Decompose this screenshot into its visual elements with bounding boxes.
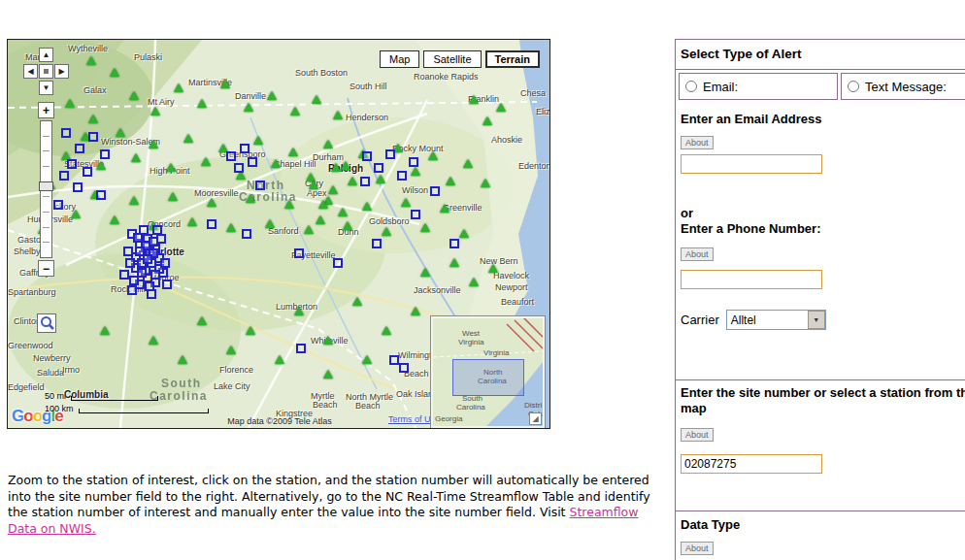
station-marker-triangle[interactable] bbox=[96, 161, 106, 170]
station-marker-square[interactable] bbox=[255, 181, 265, 190]
station-marker-square[interactable] bbox=[143, 254, 152, 264]
station-marker-square[interactable] bbox=[59, 171, 69, 181]
zoom-in-button[interactable]: + bbox=[38, 102, 54, 118]
station-marker-triangle[interactable] bbox=[129, 91, 139, 100]
station-marker-triangle[interactable] bbox=[488, 264, 498, 273]
station-marker-triangle[interactable] bbox=[166, 163, 176, 172]
station-marker-triangle[interactable] bbox=[469, 278, 479, 286]
zoom-slider-handle[interactable] bbox=[39, 181, 53, 191]
station-marker-triangle[interactable] bbox=[343, 221, 352, 230]
station-marker-square[interactable] bbox=[150, 270, 160, 280]
phone-input[interactable] bbox=[681, 270, 822, 289]
station-marker-square[interactable] bbox=[385, 149, 395, 159]
zoom-box-button[interactable] bbox=[37, 313, 56, 333]
pan-left-button[interactable]: ◀ bbox=[23, 64, 38, 79]
station-marker-triangle[interactable] bbox=[100, 326, 110, 335]
station-marker-square[interactable] bbox=[226, 151, 236, 161]
station-marker-triangle[interactable] bbox=[86, 56, 96, 65]
station-marker-triangle[interactable] bbox=[333, 111, 343, 119]
overview-inset-map[interactable]: WestVirginiaVirginiaNorthCarolinaSouthCa… bbox=[431, 316, 545, 428]
station-marker-triangle[interactable] bbox=[244, 103, 253, 112]
station-marker-triangle[interactable] bbox=[459, 229, 469, 238]
station-marker-triangle[interactable] bbox=[201, 157, 211, 166]
email-radio[interactable] bbox=[685, 81, 697, 92]
station-marker-square[interactable] bbox=[75, 144, 84, 153]
zoom-slider[interactable] bbox=[40, 120, 52, 258]
station-marker-triangle[interactable] bbox=[271, 159, 281, 168]
about-phone-button[interactable]: About bbox=[681, 247, 714, 261]
station-marker-triangle[interactable] bbox=[309, 181, 318, 189]
station-marker-square[interactable] bbox=[234, 163, 244, 173]
station-marker-square[interactable] bbox=[360, 177, 370, 186]
station-marker-triangle[interactable] bbox=[116, 128, 125, 137]
station-marker-triangle[interactable] bbox=[463, 159, 473, 168]
station-marker-square[interactable] bbox=[430, 186, 440, 196]
inset-collapse-button[interactable]: ◢ bbox=[529, 412, 542, 425]
station-marker-square[interactable] bbox=[397, 171, 407, 181]
station-marker-triangle[interactable] bbox=[376, 175, 385, 183]
station-marker-triangle[interactable] bbox=[187, 217, 197, 226]
station-marker-triangle[interactable] bbox=[149, 336, 158, 345]
station-marker-triangle[interactable] bbox=[420, 223, 430, 232]
pan-down-button[interactable]: ▼ bbox=[39, 81, 53, 95]
station-marker-triangle[interactable] bbox=[428, 151, 438, 160]
station-marker-square[interactable] bbox=[399, 363, 409, 373]
station-marker-triangle[interactable] bbox=[129, 196, 139, 205]
station-marker-triangle[interactable] bbox=[331, 163, 341, 172]
station-marker-triangle[interactable] bbox=[411, 167, 420, 176]
station-marker-square[interactable] bbox=[127, 285, 137, 295]
station-marker-triangle[interactable] bbox=[149, 140, 158, 148]
station-marker-triangle[interactable] bbox=[220, 80, 230, 88]
station-marker-triangle[interactable] bbox=[284, 200, 294, 209]
station-marker-square[interactable] bbox=[333, 258, 343, 268]
station-marker-square[interactable] bbox=[242, 229, 251, 239]
station-marker-square[interactable] bbox=[294, 248, 304, 258]
station-marker-square[interactable] bbox=[374, 163, 383, 173]
station-marker-triangle[interactable] bbox=[265, 219, 275, 228]
map-type-satellite-button[interactable]: Satellite bbox=[423, 50, 481, 68]
station-marker-triangle[interactable] bbox=[362, 355, 372, 364]
text-message-radio-option[interactable]: Text Message: bbox=[841, 73, 965, 100]
station-marker-triangle[interactable] bbox=[323, 336, 333, 345]
map-type-terrain-button[interactable]: Terrain bbox=[485, 50, 540, 68]
station-marker-square[interactable] bbox=[411, 210, 420, 219]
station-marker-triangle[interactable] bbox=[246, 326, 255, 335]
station-marker-square[interactable] bbox=[409, 157, 418, 167]
station-marker-triangle[interactable] bbox=[65, 99, 75, 108]
station-marker-triangle[interactable] bbox=[382, 227, 391, 236]
station-marker-square[interactable] bbox=[160, 258, 170, 268]
station-marker-square[interactable] bbox=[67, 159, 77, 169]
station-marker-square[interactable] bbox=[73, 182, 83, 192]
station-marker-triangle[interactable] bbox=[318, 200, 328, 209]
station-marker-triangle[interactable] bbox=[481, 179, 490, 187]
station-marker-square[interactable] bbox=[449, 239, 459, 248]
station-marker-triangle[interactable] bbox=[290, 107, 300, 115]
station-marker-square[interactable] bbox=[83, 167, 92, 177]
station-marker-triangle[interactable] bbox=[440, 204, 449, 213]
map-type-map-button[interactable]: Map bbox=[380, 50, 419, 68]
carrier-select[interactable]: Alltel ▼ bbox=[726, 310, 826, 330]
pan-right-button[interactable]: ▶ bbox=[54, 64, 69, 79]
station-marker-triangle[interactable] bbox=[496, 103, 506, 112]
station-marker-triangle[interactable] bbox=[352, 297, 362, 306]
station-marker-triangle[interactable] bbox=[341, 161, 350, 170]
station-marker-triangle[interactable] bbox=[323, 140, 333, 148]
station-marker-triangle[interactable] bbox=[131, 153, 141, 162]
station-marker-square[interactable] bbox=[362, 151, 372, 161]
station-marker-triangle[interactable] bbox=[246, 194, 255, 203]
station-marker-triangle[interactable] bbox=[71, 210, 81, 218]
station-marker-square[interactable] bbox=[61, 128, 71, 138]
station-marker-triangle[interactable] bbox=[323, 370, 333, 379]
station-marker-triangle[interactable] bbox=[110, 215, 119, 224]
station-marker-triangle[interactable] bbox=[226, 223, 236, 232]
email-input[interactable] bbox=[681, 154, 822, 174]
station-marker-triangle[interactable] bbox=[174, 83, 183, 92]
station-marker-square[interactable] bbox=[372, 239, 382, 248]
inset-viewport-box[interactable] bbox=[452, 359, 524, 396]
site-number-input[interactable] bbox=[681, 454, 822, 474]
text-message-radio[interactable] bbox=[848, 81, 859, 92]
station-marker-square[interactable] bbox=[389, 355, 399, 365]
station-marker-square[interactable] bbox=[296, 344, 306, 353]
station-marker-triangle[interactable] bbox=[197, 99, 207, 108]
about-site-button[interactable]: About bbox=[681, 428, 714, 442]
